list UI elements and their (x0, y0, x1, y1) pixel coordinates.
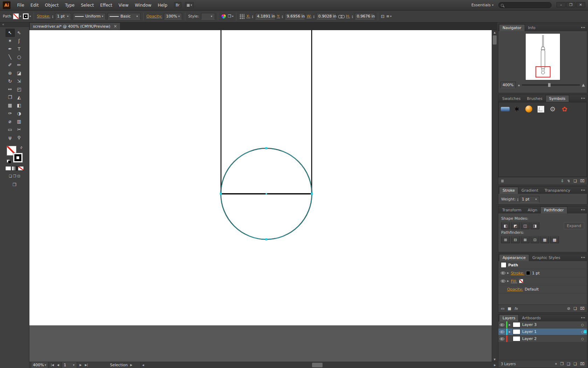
divide-button[interactable]: ⊞ (501, 236, 510, 243)
next-artboard-button[interactable]: ▶ (79, 363, 82, 367)
pen-tool[interactable]: ✒ (6, 45, 15, 53)
swap-fill-stroke-icon[interactable]: ⇄ (19, 145, 23, 150)
layer-expand-arrow-icon[interactable]: ▶ (507, 323, 512, 326)
navigator-preview[interactable] (526, 34, 560, 80)
fill-color-control[interactable]: ▾ (13, 13, 21, 19)
draw-normal-button[interactable]: ❏ (9, 174, 12, 178)
layer-name[interactable]: Layer 1 (522, 329, 537, 334)
visibility-eye-icon[interactable] (501, 272, 505, 274)
panel-menu-icon[interactable]: ▾≡ (581, 26, 586, 29)
hand-tool[interactable]: ψ (6, 134, 15, 142)
lasso-tool[interactable]: ʃ (15, 37, 24, 45)
layer-thumbnail[interactable] (513, 329, 520, 334)
navigator-view-rectangle[interactable] (536, 67, 550, 77)
add-new-fill-icon[interactable]: ■ (507, 306, 511, 311)
navigator-zoom-field[interactable]: 400% (500, 82, 516, 88)
blob-brush-tool[interactable]: ⊛ (6, 69, 15, 77)
menu-select[interactable]: Select (78, 0, 97, 11)
clear-appearance-icon[interactable]: ⊘ (567, 306, 570, 311)
anchor-point-right[interactable] (311, 193, 313, 195)
tab-gradient[interactable]: Gradient (518, 187, 541, 194)
document-tab[interactable]: screwdriver.ai* @ 400% (CMYK/Preview) × (29, 22, 120, 30)
x-stepper[interactable]: ▴▾ (252, 15, 253, 18)
selection-tool[interactable]: ↖ (6, 29, 15, 37)
zoom-tool[interactable]: ⚲ (15, 134, 24, 142)
appearance-stroke-row[interactable]: ▶ Stroke: 1 pt (498, 269, 587, 277)
recolor-artwork-icon[interactable] (221, 14, 226, 19)
gradient-tool[interactable]: ◧ (15, 101, 24, 109)
delete-layer-icon[interactable]: ⌧ (580, 362, 584, 366)
make-clipping-mask-icon[interactable]: ❒ (560, 362, 564, 366)
tab-pathfinder[interactable]: Pathfinder (540, 206, 567, 213)
appearance-stroke-link[interactable]: Stroke: (511, 271, 524, 275)
search-box[interactable] (498, 2, 552, 8)
align-options-button[interactable]: ≡ ▾ (386, 14, 392, 19)
tab-swatches[interactable]: Swatches (499, 95, 524, 102)
place-symbol-instance-icon[interactable]: ⇩ (561, 179, 564, 183)
y-stepper[interactable]: ▴▾ (282, 15, 283, 18)
default-fill-stroke-icon[interactable] (7, 159, 11, 163)
free-transform-tool[interactable]: ◰ (15, 85, 24, 93)
tab-navigator[interactable]: Navigator (499, 24, 525, 31)
new-layer-icon[interactable]: ❏ (573, 362, 577, 366)
first-artboard-button[interactable]: |◀ (50, 363, 55, 367)
close-tab-icon[interactable]: × (113, 24, 117, 29)
none-button[interactable] (18, 166, 24, 171)
isolate-object-icon[interactable]: ⊡ (381, 14, 385, 19)
weight-field[interactable]: 1 pt▾ (520, 196, 539, 203)
h-field[interactable]: 0.9676 in (355, 13, 375, 20)
paintbrush-tool[interactable]: ✐ (6, 61, 15, 69)
visibility-eye-icon[interactable] (501, 280, 505, 282)
tab-graphic-styles[interactable]: Graphic Styles (529, 254, 563, 261)
opacity-field[interactable]: 100%▾ (164, 13, 182, 20)
artboard-tool[interactable]: ▭ (6, 125, 15, 134)
w-field[interactable]: 0.9028 in (316, 13, 337, 20)
layer-name[interactable]: Layer 3 (522, 322, 537, 327)
h-stepper[interactable]: ▴▾ (352, 15, 353, 18)
layer-row-layer3[interactable]: ▶ Layer 3 ○ (498, 321, 587, 328)
unite-button[interactable]: ◧ (501, 222, 510, 229)
duplicate-item-icon[interactable]: ❏ (573, 306, 577, 311)
panel-menu-icon[interactable]: ▾≡ (581, 208, 586, 211)
last-artboard-button[interactable]: ▶| (84, 363, 89, 367)
menu-help[interactable]: Help (154, 0, 170, 11)
merge-button[interactable]: ⊠ (521, 236, 530, 243)
new-sublayer-icon[interactable]: ❑ (567, 362, 570, 366)
minus-back-button[interactable]: ▩ (550, 236, 559, 243)
add-new-effect-icon[interactable]: fx (514, 307, 518, 311)
tab-transform[interactable]: Transform (499, 207, 525, 213)
line-segment-tool[interactable]: ╲ (6, 53, 15, 61)
minus-front-button[interactable]: ◩ (511, 222, 520, 229)
crop-button[interactable]: ⊡ (531, 236, 539, 243)
layer-row-layer2[interactable]: Layer 2 ○ (498, 335, 587, 342)
mesh-tool[interactable]: ▦ (6, 101, 15, 109)
zoom-out-icon[interactable]: ▲ (518, 84, 520, 87)
weight-stepper[interactable]: ▴▾ (517, 198, 518, 201)
direct-selection-tool[interactable]: ⇖ (15, 29, 24, 37)
x-field[interactable]: 4.1891 in (255, 13, 275, 20)
magic-wand-tool[interactable]: ✶ (6, 37, 15, 45)
panel-menu-icon[interactable]: ▾≡ (581, 256, 586, 259)
gradient-button[interactable] (12, 166, 18, 171)
add-new-stroke-icon[interactable]: ▭ (501, 306, 504, 311)
tab-transparency[interactable]: Transparency (541, 187, 573, 194)
pencil-tool[interactable]: ✏ (15, 61, 24, 69)
stroke-swatch[interactable] (13, 153, 23, 163)
zoom-slider-thumb[interactable] (548, 83, 551, 87)
expand-arrow-icon[interactable]: ▶ (507, 280, 509, 282)
menu-object[interactable]: Object (42, 0, 62, 11)
rotate-tool[interactable]: ↻ (6, 77, 15, 85)
outline-button[interactable]: ▦ (540, 236, 549, 243)
artboard-number-field[interactable]: 1▾ (62, 362, 77, 368)
draw-behind-button[interactable]: ❐ (13, 174, 16, 178)
w-stepper[interactable]: ▴▾ (313, 15, 314, 18)
eraser-tool[interactable]: ◪ (15, 69, 24, 77)
anchor-point-left[interactable] (220, 193, 222, 195)
tab-appearance[interactable]: Appearance (499, 254, 529, 261)
width-tool[interactable]: ↔ (6, 85, 15, 93)
stroke-weight-field[interactable]: 1 pt▾ (55, 13, 71, 20)
tab-symbols[interactable]: Symbols (546, 95, 569, 102)
brush-definition-select[interactable]: Basic▾ (108, 13, 140, 20)
width-profile-select[interactable]: Uniform▾ (73, 13, 106, 20)
anchor-point-top[interactable] (265, 147, 268, 149)
